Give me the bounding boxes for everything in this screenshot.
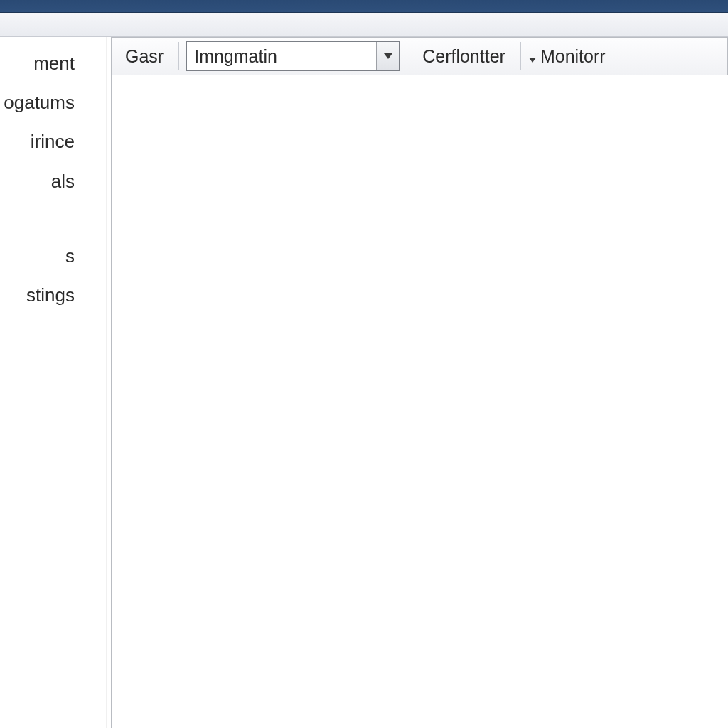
- toolbar-separator-3: [520, 42, 521, 70]
- sidebar-item-3[interactable]: als: [0, 162, 106, 201]
- toolbar-separator-2: [407, 42, 407, 70]
- svg-marker-0: [384, 53, 392, 59]
- monitorr-dropdown[interactable]: Monitorr: [525, 41, 614, 72]
- sidebar-item-1[interactable]: ogatums: [0, 83, 106, 122]
- monitorr-dropdown-label: Monitorr: [540, 46, 606, 67]
- sidebar-item-4[interactable]: s: [0, 237, 106, 276]
- gasr-button-label: Gasr: [125, 46, 164, 67]
- content-toolbar: Gasr Imngmatin Cerflontter: [111, 37, 728, 75]
- toolbar-separator-1: [178, 42, 179, 70]
- gasr-button[interactable]: Gasr: [114, 41, 174, 72]
- sidebar-gap: [0, 201, 106, 237]
- window-titlebar: [0, 0, 728, 13]
- window-ribbon: [0, 13, 728, 37]
- body-area: ment ogatums irince als s stings Gasr Im…: [0, 37, 728, 728]
- chevron-down-icon: [529, 46, 536, 67]
- svg-marker-1: [529, 58, 536, 63]
- combo-box-dropdown-button[interactable]: [376, 42, 399, 70]
- sidebar: ment ogatums irince als s stings: [0, 37, 107, 728]
- combo-box[interactable]: Imngmatin: [186, 41, 400, 71]
- sidebar-item-5[interactable]: stings: [0, 276, 106, 315]
- sidebar-item-2[interactable]: irince: [0, 122, 106, 161]
- sidebar-item-0[interactable]: ment: [0, 44, 106, 83]
- cerflontter-button[interactable]: Cerflontter: [412, 41, 516, 72]
- main-area: Gasr Imngmatin Cerflontter: [107, 37, 728, 728]
- content-body: [111, 75, 728, 728]
- combo-box-value: Imngmatin: [187, 46, 376, 67]
- chevron-down-icon: [384, 53, 392, 59]
- cerflontter-button-label: Cerflontter: [422, 46, 505, 67]
